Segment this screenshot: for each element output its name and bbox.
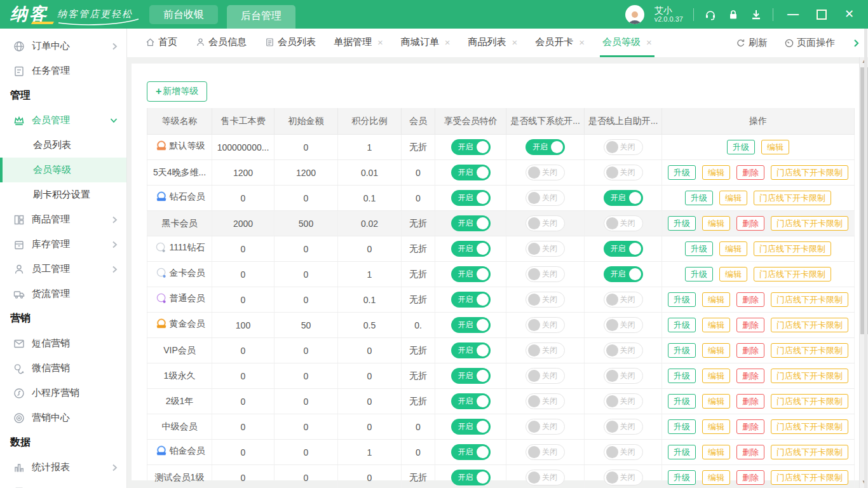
delete-button[interactable]: 删除 (736, 165, 764, 180)
online-open-toggle[interactable]: 关闭 (604, 393, 643, 409)
delete-button[interactable]: 删除 (736, 216, 764, 231)
offline-open-toggle[interactable]: 关闭 (526, 292, 565, 308)
upgrade-button[interactable]: 升级 (727, 140, 755, 155)
online-open-toggle[interactable]: 关闭 (604, 444, 643, 460)
upgrade-button[interactable]: 升级 (668, 165, 696, 180)
delete-button[interactable]: 删除 (736, 318, 764, 333)
close-tab-icon[interactable]: × (445, 37, 451, 48)
limit-button[interactable]: 门店线下开卡限制 (771, 292, 848, 308)
edit-button[interactable]: 编辑 (719, 191, 747, 206)
special-price-toggle[interactable]: 开启 (451, 368, 491, 384)
sidebar-item-goods-management[interactable]: 商品管理 (0, 207, 126, 232)
special-price-toggle[interactable]: 开启 (451, 393, 491, 409)
sidebar-item-wechat-marketing[interactable]: 微信营销 (0, 356, 126, 381)
delete-button[interactable]: 删除 (736, 419, 764, 435)
upgrade-button[interactable]: 升级 (668, 216, 696, 231)
offline-open-toggle[interactable]: 关闭 (526, 190, 565, 206)
upgrade-button[interactable]: 升级 (685, 267, 713, 282)
edit-button[interactable]: 编辑 (719, 241, 747, 257)
online-open-toggle[interactable]: 关闭 (604, 139, 643, 155)
minimize-button[interactable]: — (783, 0, 803, 29)
limit-button[interactable]: 门店线下开卡限制 (754, 267, 831, 282)
online-open-toggle[interactable]: 关闭 (604, 215, 643, 231)
online-open-toggle[interactable]: 关闭 (604, 470, 643, 485)
sidebar-item-marketing-center[interactable]: 营销中心 (0, 405, 126, 430)
close-tab-icon[interactable]: × (377, 37, 383, 48)
limit-button[interactable]: 门店线下开卡限制 (771, 318, 848, 333)
limit-button[interactable]: 门店线下开卡限制 (771, 216, 848, 231)
offline-open-toggle[interactable]: 关闭 (526, 368, 565, 384)
upgrade-button[interactable]: 升级 (668, 445, 696, 460)
sidebar-item-staff-management[interactable]: 员工管理 (0, 257, 126, 281)
offline-open-toggle[interactable]: 关闭 (526, 165, 565, 180)
delete-button[interactable]: 删除 (736, 445, 764, 460)
edit-button[interactable]: 编辑 (702, 470, 730, 485)
sidebar-item-sms-marketing[interactable]: 短信营销 (0, 331, 126, 356)
edit-button[interactable]: 编辑 (702, 292, 730, 308)
tab-member-card-open[interactable]: 会员开卡× (532, 29, 587, 57)
lock-icon[interactable] (727, 8, 740, 21)
special-price-toggle[interactable]: 开启 (451, 292, 491, 308)
edit-button[interactable]: 编辑 (702, 216, 730, 231)
offline-open-toggle[interactable]: 关闭 (526, 317, 565, 333)
sidebar-item-task-management[interactable]: 任务管理 (0, 58, 126, 83)
edit-button[interactable]: 编辑 (702, 318, 730, 333)
close-tab-icon[interactable]: × (512, 37, 518, 48)
upgrade-button[interactable]: 升级 (685, 241, 713, 257)
tab-goods-list[interactable]: 商品列表× (466, 29, 520, 57)
upgrade-button[interactable]: 升级 (668, 470, 696, 485)
sidebar-item-member-level[interactable]: 会员等级 (0, 158, 126, 182)
special-price-toggle[interactable]: 开启 (451, 139, 491, 155)
upgrade-button[interactable]: 升级 (685, 191, 713, 206)
nav-tab-front-cashier[interactable]: 前台收银 (149, 5, 218, 24)
offline-open-toggle[interactable]: 关闭 (526, 342, 565, 358)
edit-button[interactable]: 编辑 (702, 165, 730, 180)
limit-button[interactable]: 门店线下开卡限制 (754, 191, 831, 206)
close-tab-icon[interactable]: × (646, 37, 652, 48)
offline-open-toggle[interactable]: 关闭 (526, 393, 565, 409)
tab-member-list[interactable]: 会员列表 (262, 29, 318, 57)
delete-button[interactable]: 删除 (736, 292, 764, 308)
limit-button[interactable]: 门店线下开卡限制 (771, 343, 848, 358)
sidebar-item-order-center[interactable]: 订单中心 (0, 34, 126, 58)
sidebar-item-miniprogram-marketing[interactable]: 小程序营销 (0, 381, 126, 405)
edit-button[interactable]: 编辑 (702, 343, 730, 358)
sidebar-item-member-management[interactable]: 会员管理 (0, 108, 126, 133)
edit-button[interactable]: 编辑 (719, 267, 747, 282)
online-open-toggle[interactable]: 关闭 (604, 317, 643, 333)
online-open-toggle[interactable]: 关闭 (604, 292, 643, 308)
add-level-button[interactable]: + 新增等级 (147, 81, 207, 102)
edit-button[interactable]: 编辑 (702, 369, 730, 384)
refresh-button[interactable]: 刷新 (736, 37, 768, 49)
online-open-toggle[interactable]: 关闭 (604, 342, 643, 358)
special-price-toggle[interactable]: 开启 (451, 419, 491, 435)
edit-button[interactable]: 编辑 (761, 140, 789, 155)
online-open-toggle[interactable]: 开启 (604, 190, 643, 206)
upgrade-button[interactable]: 升级 (668, 419, 696, 435)
special-price-toggle[interactable]: 开启 (451, 241, 491, 257)
edit-button[interactable]: 编辑 (702, 445, 730, 460)
page-operations-button[interactable]: 页面操作 (784, 37, 835, 49)
edit-button[interactable]: 编辑 (702, 419, 730, 435)
close-tab-icon[interactable]: × (579, 37, 585, 48)
limit-button[interactable]: 门店线下开卡限制 (754, 241, 831, 257)
special-price-toggle[interactable]: 开启 (451, 317, 491, 333)
sidebar-scrollbar[interactable] (864, 29, 867, 488)
special-price-toggle[interactable]: 开启 (451, 470, 491, 485)
limit-button[interactable]: 门店线下开卡限制 (771, 470, 848, 485)
special-price-toggle[interactable]: 开启 (451, 444, 491, 460)
delete-button[interactable]: 删除 (736, 394, 764, 409)
offline-open-toggle[interactable]: 开启 (526, 139, 565, 155)
sidebar-item-inventory-management[interactable]: 库存管理 (0, 232, 126, 257)
close-button[interactable]: ✕ (841, 0, 858, 29)
offline-open-toggle[interactable]: 关闭 (526, 470, 565, 485)
special-price-toggle[interactable]: 开启 (451, 215, 491, 231)
special-price-toggle[interactable]: 开启 (451, 266, 491, 282)
tab-member-info[interactable]: 会员信息 (193, 29, 249, 57)
offline-open-toggle[interactable]: 关闭 (526, 444, 565, 460)
maximize-button[interactable] (817, 10, 827, 20)
limit-button[interactable]: 门店线下开卡限制 (771, 394, 848, 409)
offline-open-toggle[interactable]: 关闭 (526, 241, 565, 257)
tab-home[interactable]: 首页 (142, 29, 180, 57)
online-open-toggle[interactable]: 开启 (604, 241, 643, 257)
